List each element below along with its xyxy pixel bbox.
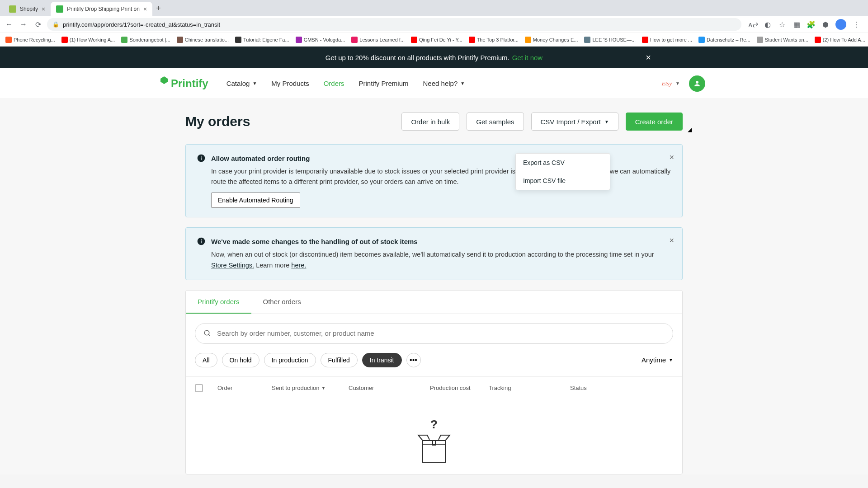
profile-avatar[interactable] [835, 19, 846, 30]
col-status: Status [570, 385, 615, 391]
app-header: Printify Catalog ▼My ProductsOrdersPrint… [0, 68, 868, 99]
csv-import-export-button[interactable]: CSV Import / Export ▼ [531, 113, 618, 131]
bookmark-item[interactable]: Datenschutz – Re... [697, 37, 752, 43]
filter-chip-all[interactable]: All [195, 353, 217, 367]
star-icon[interactable]: ☆ [778, 20, 787, 29]
page-title: My orders [185, 114, 250, 129]
chevron-down-icon: ▼ [604, 119, 609, 124]
bookmark-item[interactable]: The Top 3 Platfor... [467, 37, 520, 43]
reload-button[interactable]: ⟳ [33, 19, 43, 30]
filters: AllOn holdIn productionFulfilledIn trans… [186, 353, 682, 376]
close-icon[interactable]: × [143, 5, 147, 13]
bookmark-item[interactable]: Phone Recycling... [4, 37, 57, 43]
col-customer: Customer [349, 385, 430, 391]
nav-printify-premium[interactable]: Printify Premium [359, 80, 409, 87]
col-sent[interactable]: Sent to production▼ [272, 385, 349, 391]
browser-tab-shopify[interactable]: Shopify × [4, 2, 51, 16]
filter-chip-fulfilled[interactable]: Fulfilled [321, 353, 358, 367]
select-all-checkbox[interactable] [195, 384, 203, 392]
toolbar-right: ᴀ⇄ ◐ ☆ ▦ 🧩 ⬢ ⋮ [745, 19, 864, 30]
svg-point-0 [696, 81, 698, 84]
extension-icon[interactable]: ◐ [763, 20, 772, 29]
svg-rect-5 [201, 241, 202, 244]
export-csv-item[interactable]: Export as CSV [516, 154, 610, 172]
enable-routing-button[interactable]: Enable Automated Routing [211, 192, 300, 208]
puzzle-icon[interactable]: 🧩 [807, 20, 816, 29]
info-icon [197, 154, 206, 163]
cursor-icon: ◢ [688, 127, 692, 133]
bookmark-item[interactable]: Sonderangebot |... [119, 37, 172, 43]
page-actions: Order in bulk Get samples CSV Import / E… [401, 113, 683, 131]
promo-link[interactable]: Get it now [512, 54, 543, 61]
bookmark-item[interactable]: Tutorial: Eigene Fa... [233, 37, 291, 43]
extension-icon[interactable]: ▦ [792, 20, 801, 29]
more-filters-button[interactable]: ••• [406, 353, 421, 367]
filter-chip-in-production[interactable]: In production [264, 353, 316, 367]
browser-tab-printify[interactable]: Printify Drop Shipping Print on × [51, 2, 152, 16]
import-csv-item[interactable]: Import CSV file [516, 172, 610, 190]
app: Get up to 20% discount on all products w… [0, 47, 868, 474]
filter-chips: AllOn holdIn productionFulfilledIn trans… [195, 353, 421, 367]
orders-panel: Printify ordersOther orders AllOn holdIn… [185, 290, 683, 474]
logo[interactable]: Printify [159, 76, 208, 91]
bookmark-item[interactable]: (1) How Working A... [60, 37, 117, 43]
promo-banner: Get up to 20% discount on all products w… [0, 47, 868, 68]
url-field[interactable]: 🔒 printify.com/app/orders/1?sort=-create… [47, 18, 741, 31]
close-icon[interactable]: × [669, 236, 674, 245]
bookmark-item[interactable]: How to get more ... [640, 37, 694, 43]
main-nav: Catalog ▼My ProductsOrdersPrintify Premi… [226, 80, 465, 87]
nav-need-help-[interactable]: Need help? ▼ [423, 80, 465, 87]
bookmark-item[interactable]: Lessons Learned f... [349, 37, 406, 43]
bookmark-item[interactable]: LEE 'S HOUSE—... [582, 37, 637, 43]
svg-rect-2 [201, 157, 202, 160]
browser-chrome: Shopify × Printify Drop Shipping Print o… [0, 0, 868, 47]
learn-more-link[interactable]: here. [291, 262, 306, 269]
order-tabs: Printify ordersOther orders [186, 291, 682, 314]
search-input[interactable] [217, 329, 665, 337]
alert-body: Now, when an out of stock (or discontinu… [211, 249, 671, 270]
nav-catalog[interactable]: Catalog ▼ [226, 80, 257, 87]
bookmark-item[interactable]: (2) How To Add A... [813, 37, 867, 43]
order-in-bulk-button[interactable]: Order in bulk [401, 113, 459, 131]
nav-orders[interactable]: Orders [324, 80, 344, 87]
translate-icon[interactable]: ᴀ⇄ [749, 20, 758, 29]
filter-chip-on-hold[interactable]: On hold [222, 353, 259, 367]
bookmark-item[interactable]: Chinese translatio... [175, 37, 231, 43]
filter-chip-in-transit[interactable]: In transit [362, 353, 402, 367]
svg-line-8 [208, 334, 210, 336]
menu-icon[interactable]: ⋮ [852, 20, 861, 29]
close-icon[interactable]: × [42, 5, 45, 13]
get-samples-button[interactable]: Get samples [467, 113, 524, 131]
store-selector[interactable]: Etsy ▼ [662, 80, 680, 87]
svg-point-3 [201, 156, 202, 157]
bookmark-item[interactable]: Money Changes E... [523, 37, 580, 43]
tab-other-orders[interactable]: Other orders [251, 291, 313, 314]
button-label: CSV Import / Export [541, 118, 601, 126]
bookmark-item[interactable]: GMSN - Vologda... [294, 37, 347, 43]
bookmarks-bar: Phone Recycling...(1) How Working A...So… [0, 33, 868, 46]
bookmark-item[interactable]: Student Wants an... [755, 37, 810, 43]
back-button[interactable]: ← [4, 19, 14, 30]
info-icon [197, 237, 206, 246]
content: My orders Order in bulk Get samples CSV … [185, 99, 683, 474]
table-header: Order Sent to production▼ Customer Produ… [186, 376, 682, 399]
empty-state: ? [186, 399, 682, 474]
svg-point-7 [204, 330, 209, 335]
col-production-cost: Production cost [430, 385, 489, 391]
nav-my-products[interactable]: My Products [271, 80, 309, 87]
store-settings-link[interactable]: Store Settings. [211, 262, 254, 269]
bookmark-item[interactable]: Qing Fei De Yi - Y... [409, 37, 464, 43]
svg-point-6 [201, 239, 202, 240]
close-icon[interactable]: × [646, 52, 651, 63]
new-tab-button[interactable]: + [152, 4, 165, 13]
close-icon[interactable]: × [669, 153, 674, 162]
tab-printify-orders[interactable]: Printify orders [186, 291, 251, 314]
search-box[interactable] [195, 323, 673, 344]
time-filter[interactable]: Anytime ▼ [642, 356, 673, 364]
forward-button[interactable]: → [18, 19, 29, 30]
extension-icon[interactable]: ⬢ [821, 20, 830, 29]
create-order-button[interactable]: Create order [626, 113, 683, 131]
profile-button[interactable] [689, 75, 705, 92]
col-tracking: Tracking [489, 385, 570, 391]
sort-icon: ▼ [321, 385, 326, 390]
